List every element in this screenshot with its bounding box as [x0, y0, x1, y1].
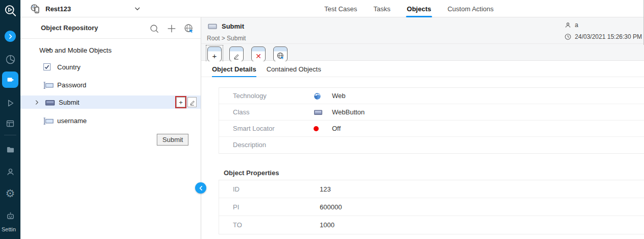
x-icon: ✕ — [252, 51, 265, 61]
row-label: TO — [233, 221, 242, 229]
tree-node-label: Submit — [59, 99, 79, 106]
panel-title: Object Repository — [41, 24, 98, 32]
globe-cursor-icon — [274, 51, 287, 61]
table-row-class: Class WebButton — [219, 104, 644, 121]
row-label: PI — [233, 203, 239, 211]
plus-icon: + — [208, 51, 221, 61]
add-object-icon[interactable] — [165, 22, 178, 35]
dashboard-icon[interactable] — [0, 117, 20, 130]
row-value: WebButton — [332, 108, 365, 116]
web-mobile-project-icon — [30, 3, 41, 14]
user-icon[interactable] — [0, 165, 20, 178]
pencil-icon — [230, 51, 243, 61]
button-object-icon — [207, 22, 218, 30]
rail-divider — [4, 135, 16, 135]
tree-node-web-and-mobile-objects[interactable]: Web and Mobile Objects — [20, 43, 201, 57]
clock-icon — [564, 33, 571, 40]
object-properties-title: Object Properties — [224, 169, 279, 177]
object-repository-panel: Object Repository Web and Mobile Objects — [20, 17, 201, 239]
tab-tasks[interactable]: Tasks — [372, 0, 391, 17]
submit-tooltip: Submit — [157, 134, 188, 146]
chevron-down-icon[interactable] — [134, 0, 141, 17]
row-label: Technology — [233, 92, 267, 100]
tree-node-password[interactable]: Password — [20, 78, 201, 91]
table-row-smart-locator: Smart Locator Off — [219, 121, 644, 137]
web-globe-icon — [314, 92, 323, 100]
tab-contained-objects[interactable]: Contained Objects — [267, 61, 321, 77]
detail-tabs: Object Details Contained Objects — [201, 61, 644, 77]
play-icon[interactable] — [0, 97, 20, 109]
table-row-description: Description — [219, 137, 644, 153]
tree-node-label: Web and Mobile Objects — [39, 46, 111, 54]
textbox-icon — [43, 117, 54, 125]
pie-chart-icon[interactable] — [0, 53, 20, 65]
red-dot-icon — [314, 125, 323, 133]
tab-objects[interactable]: Objects — [406, 0, 433, 17]
edit-button[interactable] — [229, 46, 244, 62]
table-row-technology: Technology Web — [219, 88, 644, 104]
row-value: 600000 — [320, 203, 342, 211]
tab-custom-actions[interactable]: Custom Actions — [446, 0, 494, 17]
object-title: Submit — [222, 22, 244, 30]
user-row: a — [564, 21, 642, 29]
tree-node-submit-selected[interactable]: Submit + — [20, 95, 201, 109]
edit-object-button[interactable] — [187, 97, 197, 107]
objects-module-icon — [2, 71, 18, 88]
left-rail: ⚙ Settin — [0, 0, 20, 239]
row-value: Off — [332, 125, 341, 132]
row-value: Web — [332, 92, 346, 100]
header-separator — [201, 43, 644, 44]
checkbox-icon — [43, 63, 51, 70]
gear-glyph: ⚙ — [6, 188, 15, 199]
panel-divider — [201, 17, 201, 239]
app-window: ⚙ Settin Rest123 Test Cases Tasks Object… — [0, 0, 644, 239]
user-name: a — [575, 21, 579, 29]
project-selector[interactable]: Rest123 — [30, 0, 71, 17]
tab-object-details[interactable]: Object Details — [212, 61, 256, 77]
add-button[interactable]: + — [207, 46, 222, 62]
table-row-to: TO 1000 — [219, 216, 644, 234]
row-label: Smart Locator — [233, 125, 275, 132]
rail-item-objects-active[interactable] — [0, 71, 20, 88]
row-label: ID — [233, 185, 240, 193]
rail-expand-button[interactable] — [0, 31, 20, 42]
chevron-right-icon — [5, 31, 16, 42]
tree-node-label: Country — [57, 63, 81, 71]
robot-icon[interactable] — [0, 209, 20, 222]
object-toolbar: + ✕ — [206, 45, 289, 63]
top-bar: Rest123 Test Cases Tasks Objects Custom … — [20, 0, 644, 17]
table-row-pi: PI 600000 — [219, 198, 644, 216]
object-properties-table: ID 123 PI 600000 TO 1000 — [219, 180, 644, 234]
web-button-icon — [314, 108, 323, 116]
object-repository-header: Object Repository — [20, 17, 201, 39]
add-child-object-button[interactable]: + — [176, 97, 185, 107]
tree-node-label: username — [57, 117, 87, 125]
collapse-panel-button[interactable] — [195, 182, 206, 194]
row-value: 1000 — [320, 221, 335, 229]
object-detail-panel: Submit Root > Submit a 24/03/2021 15:26:… — [201, 17, 644, 239]
timestamp-row: 24/03/2021 15:26:30 PM — [564, 33, 642, 41]
gear-icon[interactable]: ⚙ — [0, 187, 20, 200]
web-capture-icon[interactable] — [182, 22, 196, 35]
tree-node-username[interactable]: username — [20, 114, 201, 127]
app-logo-icon[interactable] — [0, 3, 20, 18]
breadcrumb[interactable]: Root > Submit — [207, 35, 246, 42]
row-value: 123 — [320, 185, 331, 193]
timestamp: 24/03/2021 15:26:30 PM — [575, 33, 642, 40]
row-label: Class — [233, 108, 250, 116]
web-capture-button[interactable] — [273, 46, 288, 62]
textbox-icon — [43, 81, 54, 89]
folder-icon[interactable] — [0, 144, 20, 156]
settings-label[interactable]: Settin — [2, 226, 22, 232]
search-icon[interactable] — [148, 22, 161, 35]
main-nav-tabs: Test Cases Tasks Objects Custom Actions — [323, 0, 495, 17]
tree-node-country[interactable]: Country — [20, 60, 201, 74]
tab-test-cases[interactable]: Test Cases — [323, 0, 358, 17]
person-icon — [564, 21, 571, 29]
chevron-right-icon[interactable] — [34, 99, 40, 106]
object-header: Submit Root > Submit a 24/03/2021 15:26:… — [201, 17, 644, 61]
project-name: Rest123 — [45, 5, 71, 13]
delete-button[interactable]: ✕ — [251, 46, 266, 62]
button-object-icon — [45, 99, 55, 107]
row-label: Description — [233, 141, 266, 149]
